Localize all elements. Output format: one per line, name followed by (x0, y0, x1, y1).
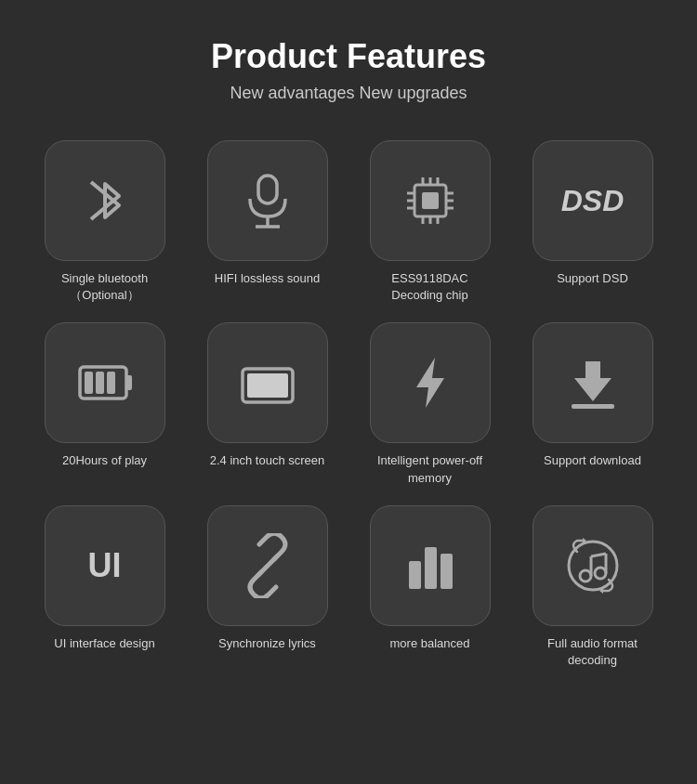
dsd-label: Support DSD (557, 270, 628, 287)
balanced-label: more balanced (390, 635, 470, 652)
feature-dac: ESS9118DACDecoding chip (353, 140, 506, 304)
svg-rect-0 (258, 176, 277, 203)
page-title: Product Features (211, 37, 486, 76)
svg-rect-4 (422, 192, 439, 209)
music-note-icon (560, 533, 625, 598)
svg-point-32 (580, 570, 591, 581)
feature-screen: 2.4 inch touch screen (191, 322, 344, 486)
balanced-icon-box (370, 505, 491, 626)
feature-bluetooth: Single bluetooth（Optional） (28, 140, 181, 304)
dac-label: ESS9118DACDecoding chip (391, 270, 467, 304)
feature-poweroff: Intelligent power-offmemory (353, 322, 506, 486)
bluetooth-icon (72, 168, 138, 233)
svg-line-27 (258, 556, 277, 575)
download-icon-box (533, 322, 653, 443)
feature-format: Full audio formatdecoding (516, 505, 669, 669)
link-icon (235, 533, 300, 598)
hifi-icon-box (207, 140, 328, 261)
battery-icon-box (45, 322, 165, 443)
battery-icon (72, 350, 138, 415)
dsd-text-icon: DSD (561, 184, 625, 218)
feature-download: Support download (516, 322, 669, 486)
svg-rect-26 (572, 404, 614, 409)
download-label: Support download (544, 452, 641, 469)
format-label: Full audio formatdecoding (547, 635, 638, 669)
svg-rect-28 (409, 561, 421, 589)
svg-marker-25 (574, 361, 612, 401)
ui-text-icon: UI (88, 546, 122, 585)
svg-rect-30 (441, 554, 453, 589)
svg-point-33 (595, 568, 606, 579)
svg-rect-21 (107, 372, 115, 394)
page-subtitle: New advantages New upgrades (211, 84, 486, 103)
svg-line-36 (591, 554, 606, 556)
screen-icon (235, 350, 300, 415)
ui-label: UI interface design (54, 635, 154, 652)
format-icon-box (533, 505, 653, 626)
svg-rect-19 (85, 372, 93, 394)
svg-rect-23 (247, 373, 288, 398)
screen-icon-box (207, 322, 328, 443)
microphone-icon (235, 168, 300, 233)
poweroff-icon-box (370, 322, 491, 443)
equalizer-icon (398, 533, 463, 598)
dsd-icon-box: DSD (533, 140, 653, 261)
lyrics-icon-box (207, 505, 328, 626)
svg-rect-20 (96, 372, 104, 394)
feature-balanced: more balanced (353, 505, 506, 669)
feature-dsd: DSD Support DSD (516, 140, 669, 304)
hifi-label: HIFI lossless sound (215, 270, 320, 287)
lightning-icon (398, 350, 463, 415)
svg-marker-24 (416, 358, 444, 408)
download-icon (560, 350, 625, 415)
feature-lyrics: Synchronize lyrics (191, 505, 344, 669)
lyrics-label: Synchronize lyrics (218, 635, 316, 652)
feature-hifi: HIFI lossless sound (191, 140, 344, 304)
battery-label: 20Hours of play (62, 452, 147, 469)
features-grid: Single bluetooth（Optional） HIFI lossless… (28, 140, 669, 669)
feature-ui: UI UI interface design (28, 505, 181, 669)
poweroff-label: Intelligent power-offmemory (377, 452, 482, 486)
ui-icon-box: UI (45, 505, 165, 626)
bluetooth-label: Single bluetooth（Optional） (61, 270, 148, 304)
svg-rect-29 (425, 547, 437, 589)
feature-battery: 20Hours of play (28, 322, 181, 486)
screen-label: 2.4 inch touch screen (210, 452, 325, 469)
chip-icon (398, 168, 463, 233)
svg-rect-18 (126, 375, 132, 390)
bluetooth-icon-box (45, 140, 165, 261)
page-header: Product Features New advantages New upgr… (211, 37, 486, 103)
dac-icon-box (370, 140, 491, 261)
